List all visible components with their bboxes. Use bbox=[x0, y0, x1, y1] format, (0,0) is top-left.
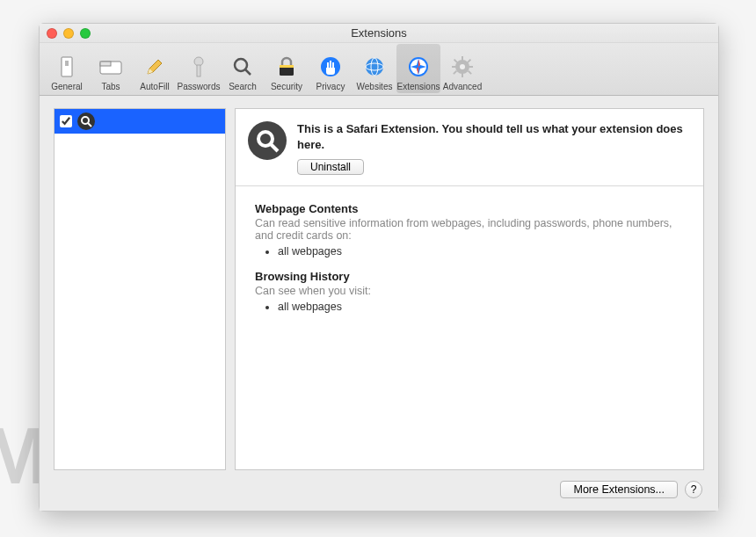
permission-item: all webpages bbox=[278, 245, 684, 258]
svg-rect-25 bbox=[467, 59, 471, 63]
svg-rect-23 bbox=[468, 70, 472, 75]
tab-extensions[interactable]: Extensions bbox=[396, 44, 440, 93]
tab-label: General bbox=[51, 82, 83, 91]
svg-rect-3 bbox=[100, 62, 111, 66]
tab-passwords[interactable]: Passwords bbox=[177, 44, 221, 93]
permissions-body: Webpage Contents Can read sensitive info… bbox=[236, 186, 703, 341]
tab-general[interactable]: General bbox=[45, 44, 89, 93]
svg-line-7 bbox=[245, 69, 251, 75]
tab-label: Advanced bbox=[443, 82, 482, 91]
tab-label: Passwords bbox=[178, 82, 221, 91]
sidebar-item-extension[interactable] bbox=[55, 109, 225, 134]
content-area: This is a Safari Extension. You should t… bbox=[40, 96, 718, 511]
globe-icon bbox=[362, 54, 387, 79]
tab-privacy[interactable]: Privacy bbox=[309, 44, 353, 93]
compass-icon bbox=[406, 54, 431, 79]
svg-line-29 bbox=[271, 144, 278, 151]
slider-icon bbox=[55, 54, 79, 79]
tab-tabs[interactable]: Tabs bbox=[89, 44, 133, 93]
svg-point-26 bbox=[82, 117, 89, 124]
svg-point-6 bbox=[235, 59, 247, 71]
titlebar: Extensions bbox=[40, 24, 718, 43]
tab-label: Privacy bbox=[316, 82, 345, 91]
footer: More Extensions... ? bbox=[54, 470, 704, 502]
tab-label: Search bbox=[229, 82, 257, 91]
hand-icon bbox=[318, 54, 343, 79]
help-button[interactable]: ? bbox=[685, 481, 702, 498]
traffic-lights bbox=[47, 28, 91, 39]
svg-rect-19 bbox=[462, 73, 463, 77]
svg-point-17 bbox=[460, 64, 465, 69]
window-title: Extensions bbox=[40, 26, 718, 40]
tab-icon bbox=[98, 54, 123, 79]
tab-websites[interactable]: Websites bbox=[353, 44, 396, 93]
detail-header: This is a Safari Extension. You should t… bbox=[236, 109, 703, 186]
tab-advanced[interactable]: Advanced bbox=[440, 44, 484, 93]
zoom-icon[interactable] bbox=[80, 28, 91, 39]
search-icon bbox=[248, 121, 287, 160]
tab-security[interactable]: Security bbox=[265, 44, 309, 93]
tab-label: AutoFill bbox=[140, 82, 169, 91]
extension-detail-pane: This is a Safari Extension. You should t… bbox=[235, 108, 704, 470]
section-desc: Can see when you visit: bbox=[255, 285, 684, 297]
preferences-window: Extensions General Tabs AutoFill bbox=[39, 23, 719, 512]
section-desc: Can read sensitive information from webp… bbox=[255, 217, 684, 242]
svg-rect-0 bbox=[62, 57, 72, 76]
toolbar: General Tabs AutoFill Passwords bbox=[40, 43, 718, 96]
tab-label: Extensions bbox=[397, 82, 440, 91]
svg-rect-5 bbox=[197, 65, 200, 76]
uninstall-button[interactable]: Uninstall bbox=[297, 159, 364, 175]
section-title: Browsing History bbox=[255, 270, 684, 283]
tab-label: Websites bbox=[357, 82, 393, 91]
extension-enable-checkbox[interactable] bbox=[60, 115, 72, 127]
section-title: Webpage Contents bbox=[255, 202, 684, 215]
gear-icon bbox=[450, 54, 475, 79]
tab-label: Security bbox=[271, 82, 302, 91]
svg-point-11 bbox=[366, 58, 383, 76]
svg-line-27 bbox=[88, 123, 91, 127]
minimize-icon[interactable] bbox=[63, 28, 74, 39]
permission-item: all webpages bbox=[278, 301, 684, 313]
pencil-icon bbox=[142, 54, 167, 79]
close-icon[interactable] bbox=[47, 28, 57, 39]
svg-rect-24 bbox=[453, 70, 457, 75]
svg-rect-22 bbox=[454, 59, 458, 63]
extension-description: This is a Safari Extension. You should t… bbox=[297, 121, 689, 152]
search-icon bbox=[77, 112, 95, 130]
tab-label: Tabs bbox=[101, 82, 120, 91]
search-icon bbox=[230, 54, 255, 79]
lock-icon bbox=[274, 54, 299, 79]
tab-autofill[interactable]: AutoFill bbox=[133, 44, 177, 93]
svg-rect-18 bbox=[462, 56, 463, 61]
svg-point-28 bbox=[258, 132, 273, 146]
key-icon bbox=[186, 54, 211, 79]
svg-rect-1 bbox=[65, 61, 69, 66]
extensions-sidebar[interactable] bbox=[54, 108, 226, 470]
svg-rect-21 bbox=[469, 66, 473, 68]
tab-search[interactable]: Search bbox=[221, 44, 265, 93]
more-extensions-button[interactable]: More Extensions... bbox=[560, 481, 678, 498]
svg-rect-9 bbox=[280, 65, 294, 68]
svg-rect-20 bbox=[452, 66, 456, 68]
